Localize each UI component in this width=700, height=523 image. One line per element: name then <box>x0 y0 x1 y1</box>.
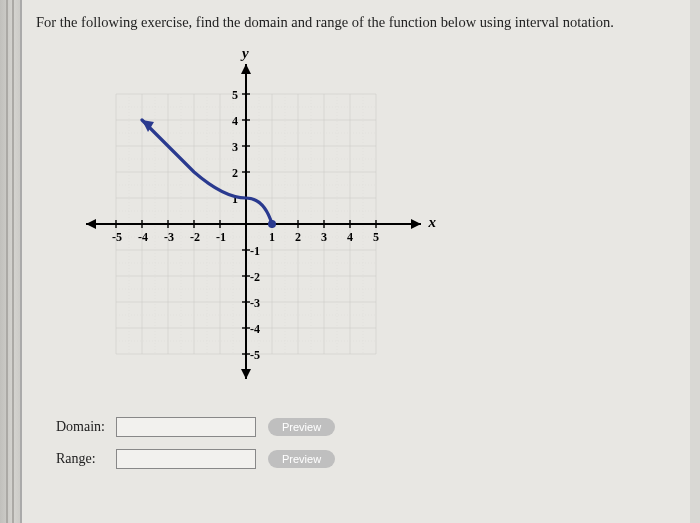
range-preview-button[interactable]: Preview <box>268 450 335 468</box>
svg-text:2: 2 <box>232 166 238 180</box>
svg-text:-5: -5 <box>250 348 260 362</box>
svg-text:3: 3 <box>321 230 327 244</box>
svg-text:-4: -4 <box>138 230 148 244</box>
function-plot: -5-4-3-2-1 12345 54321 -1-2-3-4-5 <box>56 49 436 389</box>
range-input[interactable] <box>116 449 256 469</box>
x-axis-label: x <box>429 214 437 231</box>
svg-text:1: 1 <box>232 192 238 206</box>
domain-row: Domain: Preview <box>56 417 676 437</box>
y-axis-label: y <box>242 45 249 62</box>
svg-text:1: 1 <box>269 230 275 244</box>
svg-text:-4: -4 <box>250 322 260 336</box>
svg-text:-1: -1 <box>250 244 260 258</box>
svg-text:5: 5 <box>232 88 238 102</box>
svg-text:-1: -1 <box>216 230 226 244</box>
range-label: Range: <box>56 451 116 467</box>
svg-text:-3: -3 <box>250 296 260 310</box>
svg-text:2: 2 <box>295 230 301 244</box>
range-row: Range: Preview <box>56 449 676 469</box>
svg-text:-5: -5 <box>112 230 122 244</box>
domain-input[interactable] <box>116 417 256 437</box>
svg-text:-3: -3 <box>164 230 174 244</box>
svg-text:-2: -2 <box>190 230 200 244</box>
svg-text:4: 4 <box>347 230 353 244</box>
domain-preview-button[interactable]: Preview <box>268 418 335 436</box>
svg-text:-2: -2 <box>250 270 260 284</box>
question-text: For the following exercise, find the dom… <box>36 10 676 31</box>
page: For the following exercise, find the dom… <box>20 0 690 523</box>
svg-text:4: 4 <box>232 114 238 128</box>
chart-container: y x <box>56 49 436 389</box>
domain-label: Domain: <box>56 419 116 435</box>
svg-text:3: 3 <box>232 140 238 154</box>
svg-text:5: 5 <box>373 230 379 244</box>
closed-endpoint <box>268 220 276 228</box>
book-spine <box>0 0 22 523</box>
